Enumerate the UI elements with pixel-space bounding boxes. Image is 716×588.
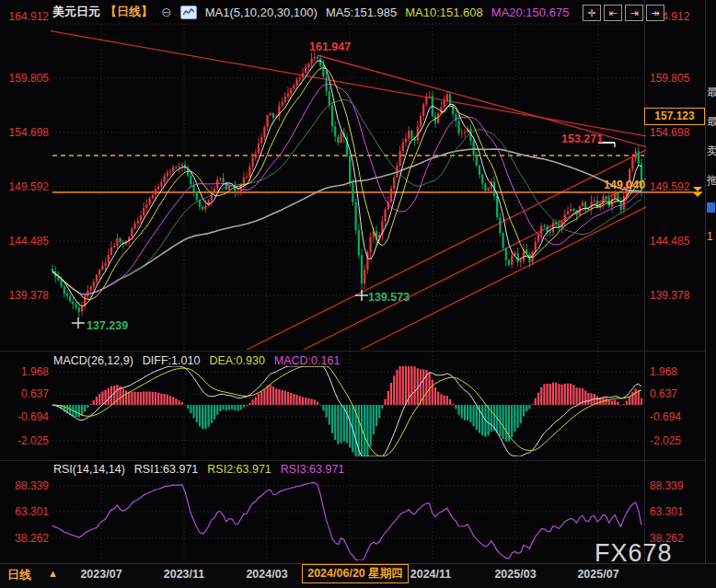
chart-header: 美元日元 【日线】 ⊖ MA1(5,10,20,30,100) MA5:151.… (52, 4, 569, 20)
clipped-side-panel[interactable]: 最最卖拖1 (705, 0, 716, 563)
ma10-value: MA10:151.608 (405, 6, 483, 19)
rsi3-value: RSI3:63.971 (281, 463, 345, 476)
macd-macd-value: MACD:0.161 (274, 354, 341, 367)
trendline-drawings[interactable] (17, 25, 659, 350)
sparkline-icon[interactable] (180, 6, 197, 19)
date-axis-label: 2024/03 (232, 568, 302, 581)
clipped-panel-label: 最 (707, 114, 716, 130)
move-tool-icon[interactable]: ✛ (583, 5, 601, 21)
rsi-line (52, 482, 641, 560)
ma5-value: MA5:151.985 (326, 6, 397, 19)
moving-average-lines (52, 61, 641, 306)
rsi-header: RSI(14,14,14) RSI1:63.971 RSI2:63.971 RS… (53, 463, 344, 476)
price-alert-tag[interactable]: 157.123 (644, 108, 705, 125)
date-axis-label: 2025/03 (480, 568, 550, 581)
macd-diff-value: DIFF:1.010 (143, 354, 201, 367)
date-axis-label: 2025/07 (563, 568, 633, 581)
ma20-value: MA20:150.675 (491, 6, 570, 19)
collapse-icon[interactable]: ⊖ (161, 5, 172, 19)
rsi2-value: RSI2:63.971 (207, 463, 271, 476)
clipped-panel-label: 最 (707, 85, 716, 100)
chart-app: 美元日元 【日线】 ⊖ MA1(5,10,20,30,100) MA5:151.… (0, 0, 716, 588)
macd-header: MACD(26,12,9) DIFF:1.010 DEA:0.930 MACD:… (53, 354, 340, 367)
compress-right-icon[interactable]: ⇥ (625, 5, 643, 21)
clipped-panel-number: 1 (707, 230, 716, 243)
rsi-settings-label: RSI(14,14,14) (53, 463, 125, 476)
clipped-panel-label: 拖 (707, 173, 716, 189)
symbol-title: 美元日元 (52, 4, 100, 20)
clipped-blue-item (707, 202, 715, 213)
timeframe-arrow-icon[interactable]: ▲ (48, 568, 58, 579)
rsi1-value: RSI1:63.971 (134, 463, 199, 476)
shift-right-icon[interactable]: ↠ (646, 5, 664, 21)
compress-left-icon[interactable]: ⇤ (604, 5, 622, 21)
crosshair-date-tooltip: 2024/06/20 星期四 (302, 564, 409, 583)
timeframe-tag: 【日线】 (105, 4, 153, 20)
price-alert-lines[interactable] (52, 156, 702, 197)
chart-canvas[interactable] (0, 0, 716, 588)
macd-dea-value: DEA:0.930 (209, 354, 264, 367)
date-axis-label: 2023/07 (66, 568, 136, 581)
candlestick-layer (52, 51, 642, 318)
date-axis-label: 2023/11 (149, 568, 219, 581)
watermark-logo: FX678 (595, 539, 673, 568)
clipped-panel-label: 卖 (707, 144, 716, 159)
macd-settings-label: MACD(26,12,9) (53, 354, 133, 367)
ma-settings-label: MA1(5,10,20,30,100) (205, 6, 318, 19)
timeframe-selector[interactable]: 日线 (7, 567, 31, 583)
chart-toolbar: ✛ ⇤ ⇥ ↠ (583, 5, 664, 21)
